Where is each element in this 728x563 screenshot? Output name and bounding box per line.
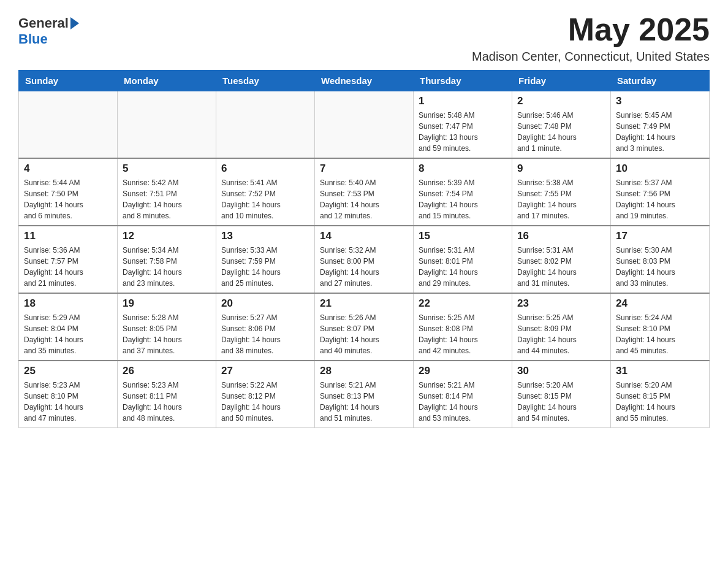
day-info: Sunrise: 5:24 AM Sunset: 8:10 PM Dayligh… — [616, 312, 704, 356]
calendar-cell: 30Sunrise: 5:20 AM Sunset: 8:15 PM Dayli… — [512, 361, 611, 428]
day-info: Sunrise: 5:44 AM Sunset: 7:50 PM Dayligh… — [24, 177, 112, 221]
day-info: Sunrise: 5:34 AM Sunset: 7:58 PM Dayligh… — [123, 245, 211, 289]
calendar-cell — [118, 91, 216, 159]
day-info: Sunrise: 5:28 AM Sunset: 8:05 PM Dayligh… — [123, 312, 211, 356]
col-header-monday: Monday — [118, 71, 216, 91]
calendar-cell: 22Sunrise: 5:25 AM Sunset: 8:08 PM Dayli… — [414, 293, 512, 361]
calendar-cell: 10Sunrise: 5:37 AM Sunset: 7:56 PM Dayli… — [611, 158, 710, 226]
day-info: Sunrise: 5:36 AM Sunset: 7:57 PM Dayligh… — [24, 245, 112, 289]
day-number: 24 — [616, 297, 704, 310]
day-info: Sunrise: 5:21 AM Sunset: 8:14 PM Dayligh… — [419, 380, 507, 424]
calendar-cell: 8Sunrise: 5:39 AM Sunset: 7:54 PM Daylig… — [414, 158, 512, 226]
calendar-cell: 18Sunrise: 5:29 AM Sunset: 8:04 PM Dayli… — [19, 293, 118, 361]
calendar-cell: 11Sunrise: 5:36 AM Sunset: 7:57 PM Dayli… — [19, 226, 118, 293]
day-info: Sunrise: 5:25 AM Sunset: 8:09 PM Dayligh… — [517, 312, 605, 356]
calendar-cell: 31Sunrise: 5:20 AM Sunset: 8:15 PM Dayli… — [611, 361, 710, 428]
calendar-header-row: SundayMondayTuesdayWednesdayThursdayFrid… — [19, 71, 710, 91]
logo-general-text: General — [18, 15, 69, 31]
logo: General Blue — [18, 15, 79, 47]
day-number: 31 — [616, 365, 704, 377]
day-info: Sunrise: 5:40 AM Sunset: 7:53 PM Dayligh… — [320, 177, 408, 221]
day-number: 18 — [24, 297, 112, 310]
day-number: 29 — [419, 365, 507, 377]
day-info: Sunrise: 5:22 AM Sunset: 8:12 PM Dayligh… — [221, 380, 309, 424]
calendar-cell: 21Sunrise: 5:26 AM Sunset: 8:07 PM Dayli… — [315, 293, 414, 361]
day-number: 30 — [517, 365, 605, 377]
col-header-thursday: Thursday — [414, 71, 512, 91]
calendar-cell: 12Sunrise: 5:34 AM Sunset: 7:58 PM Dayli… — [118, 226, 216, 293]
calendar-cell: 25Sunrise: 5:23 AM Sunset: 8:10 PM Dayli… — [19, 361, 118, 428]
day-info: Sunrise: 5:39 AM Sunset: 7:54 PM Dayligh… — [419, 177, 507, 221]
calendar-cell: 2Sunrise: 5:46 AM Sunset: 7:48 PM Daylig… — [512, 91, 611, 159]
day-info: Sunrise: 5:25 AM Sunset: 8:08 PM Dayligh… — [419, 312, 507, 356]
calendar-cell: 16Sunrise: 5:31 AM Sunset: 8:02 PM Dayli… — [512, 226, 611, 293]
day-number: 21 — [320, 297, 408, 310]
calendar-cell: 27Sunrise: 5:22 AM Sunset: 8:12 PM Dayli… — [216, 361, 315, 428]
calendar-cell — [315, 91, 414, 159]
day-number: 11 — [24, 230, 112, 242]
day-number: 12 — [123, 230, 211, 242]
calendar-cell — [19, 91, 118, 159]
day-number: 6 — [221, 163, 309, 175]
day-info: Sunrise: 5:37 AM Sunset: 7:56 PM Dayligh… — [616, 177, 704, 221]
logo-blue-text: Blue — [18, 31, 48, 47]
day-info: Sunrise: 5:21 AM Sunset: 8:13 PM Dayligh… — [320, 380, 408, 424]
day-number: 3 — [616, 95, 704, 107]
calendar-week-row-5: 25Sunrise: 5:23 AM Sunset: 8:10 PM Dayli… — [19, 361, 710, 428]
calendar-cell: 14Sunrise: 5:32 AM Sunset: 8:00 PM Dayli… — [315, 226, 414, 293]
col-header-tuesday: Tuesday — [216, 71, 315, 91]
calendar-cell: 17Sunrise: 5:30 AM Sunset: 8:03 PM Dayli… — [611, 226, 710, 293]
day-number: 20 — [221, 297, 309, 310]
day-number: 27 — [221, 365, 309, 377]
calendar-cell: 9Sunrise: 5:38 AM Sunset: 7:55 PM Daylig… — [512, 158, 611, 226]
calendar-cell: 6Sunrise: 5:41 AM Sunset: 7:52 PM Daylig… — [216, 158, 315, 226]
calendar-cell: 28Sunrise: 5:21 AM Sunset: 8:13 PM Dayli… — [315, 361, 414, 428]
day-info: Sunrise: 5:27 AM Sunset: 8:06 PM Dayligh… — [221, 312, 309, 356]
day-number: 25 — [24, 365, 112, 377]
calendar-cell: 1Sunrise: 5:48 AM Sunset: 7:47 PM Daylig… — [414, 91, 512, 159]
calendar-cell: 19Sunrise: 5:28 AM Sunset: 8:05 PM Dayli… — [118, 293, 216, 361]
day-number: 4 — [24, 163, 112, 175]
calendar-cell: 13Sunrise: 5:33 AM Sunset: 7:59 PM Dayli… — [216, 226, 315, 293]
day-info: Sunrise: 5:26 AM Sunset: 8:07 PM Dayligh… — [320, 312, 408, 356]
day-info: Sunrise: 5:31 AM Sunset: 8:02 PM Dayligh… — [517, 245, 605, 289]
day-number: 22 — [419, 297, 507, 310]
day-info: Sunrise: 5:33 AM Sunset: 7:59 PM Dayligh… — [221, 245, 309, 289]
day-number: 10 — [616, 163, 704, 175]
day-number: 8 — [419, 163, 507, 175]
day-info: Sunrise: 5:23 AM Sunset: 8:11 PM Dayligh… — [123, 380, 211, 424]
calendar-week-row-2: 4Sunrise: 5:44 AM Sunset: 7:50 PM Daylig… — [19, 158, 710, 226]
day-number: 17 — [616, 230, 704, 242]
day-info: Sunrise: 5:32 AM Sunset: 8:00 PM Dayligh… — [320, 245, 408, 289]
calendar-cell: 4Sunrise: 5:44 AM Sunset: 7:50 PM Daylig… — [19, 158, 118, 226]
day-info: Sunrise: 5:20 AM Sunset: 8:15 PM Dayligh… — [616, 380, 704, 424]
month-year-title: May 2025 — [472, 12, 710, 47]
calendar-week-row-4: 18Sunrise: 5:29 AM Sunset: 8:04 PM Dayli… — [19, 293, 710, 361]
col-header-wednesday: Wednesday — [315, 71, 414, 91]
calendar-cell: 5Sunrise: 5:42 AM Sunset: 7:51 PM Daylig… — [118, 158, 216, 226]
day-info: Sunrise: 5:41 AM Sunset: 7:52 PM Dayligh… — [221, 177, 309, 221]
day-info: Sunrise: 5:20 AM Sunset: 8:15 PM Dayligh… — [517, 380, 605, 424]
day-number: 1 — [419, 95, 507, 107]
day-number: 26 — [123, 365, 211, 377]
calendar-table: SundayMondayTuesdayWednesdayThursdayFrid… — [18, 70, 710, 428]
page-header: General Blue May 2025 Madison Center, Co… — [18, 12, 710, 64]
calendar-week-row-3: 11Sunrise: 5:36 AM Sunset: 7:57 PM Dayli… — [19, 226, 710, 293]
day-number: 14 — [320, 230, 408, 242]
day-number: 19 — [123, 297, 211, 310]
day-info: Sunrise: 5:30 AM Sunset: 8:03 PM Dayligh… — [616, 245, 704, 289]
day-number: 23 — [517, 297, 605, 310]
day-number: 13 — [221, 230, 309, 242]
location-subtitle: Madison Center, Connecticut, United Stat… — [472, 50, 710, 64]
col-header-friday: Friday — [512, 71, 611, 91]
day-info: Sunrise: 5:29 AM Sunset: 8:04 PM Dayligh… — [24, 312, 112, 356]
calendar-cell: 15Sunrise: 5:31 AM Sunset: 8:01 PM Dayli… — [414, 226, 512, 293]
day-info: Sunrise: 5:46 AM Sunset: 7:48 PM Dayligh… — [517, 110, 605, 154]
day-info: Sunrise: 5:31 AM Sunset: 8:01 PM Dayligh… — [419, 245, 507, 289]
calendar-cell: 20Sunrise: 5:27 AM Sunset: 8:06 PM Dayli… — [216, 293, 315, 361]
day-info: Sunrise: 5:23 AM Sunset: 8:10 PM Dayligh… — [24, 380, 112, 424]
day-info: Sunrise: 5:48 AM Sunset: 7:47 PM Dayligh… — [419, 110, 507, 154]
calendar-cell: 7Sunrise: 5:40 AM Sunset: 7:53 PM Daylig… — [315, 158, 414, 226]
logo-arrow-icon — [70, 17, 79, 29]
title-block: May 2025 Madison Center, Connecticut, Un… — [472, 12, 710, 64]
